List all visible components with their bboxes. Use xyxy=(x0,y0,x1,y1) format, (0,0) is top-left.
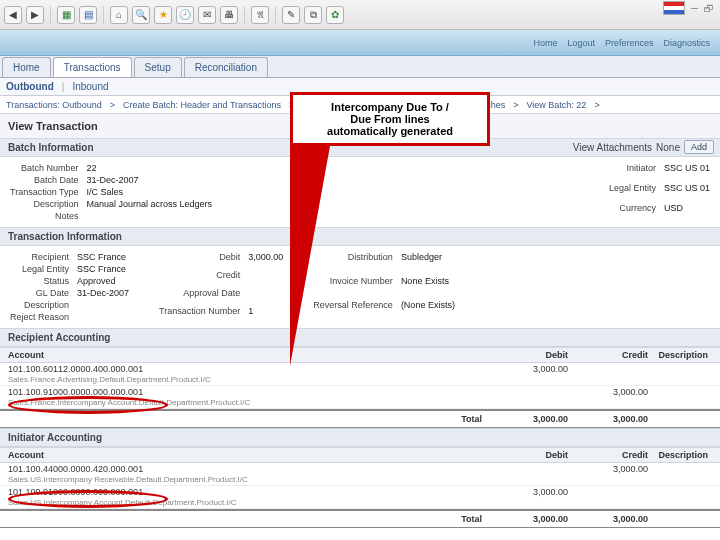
toolbar-sep xyxy=(50,6,51,24)
subtab-inbound[interactable]: Inbound xyxy=(72,81,108,92)
font-icon[interactable]: 𝔄 xyxy=(251,6,269,24)
table-row: 101.100.91000.0000.000.000.001Sales.US.I… xyxy=(0,486,720,509)
toolbar-sep xyxy=(244,6,245,24)
app-header: Home Logout Preferences Diagnostics xyxy=(0,30,720,56)
recipient-acct-title: Recipient Accounting xyxy=(8,332,110,343)
mail-icon[interactable]: ✉ xyxy=(198,6,216,24)
word-icon[interactable]: ▤ xyxy=(79,6,97,24)
table-row: 101.100.60112.0000.400.000.001Sales.Fran… xyxy=(0,363,720,386)
header-link-logout[interactable]: Logout xyxy=(567,38,595,48)
breadcrumb-item[interactable]: Transactions: Outbound xyxy=(6,100,102,110)
copy-icon[interactable]: ⧉ xyxy=(304,6,322,24)
tab-transactions[interactable]: Transactions xyxy=(53,57,132,77)
header-link-diagnostics[interactable]: Diagnostics xyxy=(663,38,710,48)
breadcrumb-item[interactable]: View Batch: 22 xyxy=(527,100,587,110)
section-initiator-accounting: Initiator Accounting xyxy=(0,428,720,447)
restore-icon[interactable]: 🗗 xyxy=(704,3,714,14)
tab-setup[interactable]: Setup xyxy=(134,57,182,77)
edit-icon[interactable]: ✎ xyxy=(282,6,300,24)
trx-info-title: Transaction Information xyxy=(8,231,122,242)
browser-toolbar: ◀ ▶ ▦ ▤ ⌂ 🔍 ★ 🕘 ✉ 🖶 𝔄 ✎ ⧉ ✿ – 🗗 xyxy=(0,0,720,30)
annotation-callout: Intercompany Due To / Due From lines aut… xyxy=(290,92,490,366)
toolbar-sep xyxy=(103,6,104,24)
initiator-acct-title: Initiator Accounting xyxy=(8,432,102,443)
favorites-icon[interactable]: ★ xyxy=(154,6,172,24)
annotation-arrow-icon xyxy=(290,146,330,366)
tab-reconciliation[interactable]: Reconciliation xyxy=(184,57,268,77)
search-icon[interactable]: 🔍 xyxy=(132,6,150,24)
add-button[interactable]: Add xyxy=(684,140,714,154)
main-tabs: Home Transactions Setup Reconciliation xyxy=(0,56,720,78)
total-row: Total 3,000.00 3,000.00 xyxy=(0,509,720,528)
excel-icon[interactable]: ▦ xyxy=(57,6,75,24)
history-icon[interactable]: 🕘 xyxy=(176,6,194,24)
print-icon[interactable]: 🖶 xyxy=(220,6,238,24)
toolbar-sep xyxy=(275,6,276,24)
total-row: Total 3,000.00 3,000.00 xyxy=(0,409,720,428)
header-link-home[interactable]: Home xyxy=(533,38,557,48)
batch-info-title: Batch Information xyxy=(8,142,94,153)
table-row: 101.100.44000.0000.420.000.001Sales.US.I… xyxy=(0,463,720,486)
attachments-value: None xyxy=(656,142,680,153)
header-link-preferences[interactable]: Preferences xyxy=(605,38,654,48)
subtab-outbound[interactable]: Outbound xyxy=(6,81,54,92)
messenger-icon[interactable]: ✿ xyxy=(326,6,344,24)
minimize-icon[interactable]: – xyxy=(691,1,698,15)
view-attachments-label: View Attachments xyxy=(573,142,652,153)
back-icon[interactable]: ◀ xyxy=(4,6,22,24)
flag-icon xyxy=(663,1,685,15)
home-icon[interactable]: ⌂ xyxy=(110,6,128,24)
forward-icon[interactable]: ▶ xyxy=(26,6,44,24)
acct-header: Account Debit Credit Description xyxy=(0,447,720,463)
table-row: 101.100.91000.0000.000.000.001Sales.Fran… xyxy=(0,386,720,409)
breadcrumb-item[interactable]: Create Batch: Header and Transactions xyxy=(123,100,281,110)
tab-home[interactable]: Home xyxy=(2,57,51,77)
